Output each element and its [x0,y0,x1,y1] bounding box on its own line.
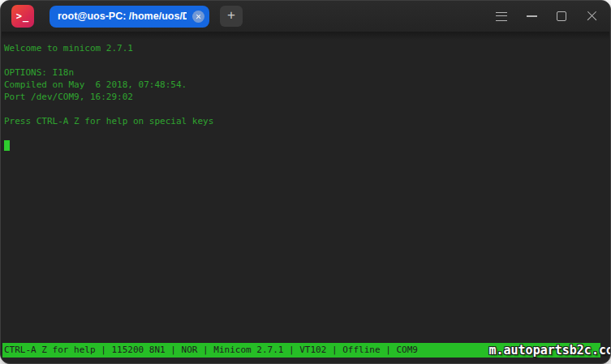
terminal-prompt-glyph: >_ [16,11,29,22]
maximize-button[interactable] [549,5,574,28]
terminal-line: Press CTRL-A Z for help on special keys [4,115,606,127]
menu-button[interactable] [489,5,514,28]
terminal-line: Welcome to minicom 2.7.1 [4,42,606,54]
plus-icon: + [227,7,235,23]
tab-active-session[interactable]: root@uos-PC: /home/uos/Desktop [49,6,209,28]
titlebar: >_ root@uos-PC: /home/uos/Desktop + [1,1,610,32]
close-icon [587,11,597,22]
tab-title: root@uos-PC: /home/uos/Desktop [58,11,187,22]
maximize-icon [557,11,566,21]
terminal-line: OPTIONS: I18n [4,66,606,79]
terminal-window: >_ root@uos-PC: /home/uos/Desktop + Welc… [0,0,611,364]
tab-close-icon[interactable] [192,11,204,23]
terminal-line [4,127,606,139]
terminal-line [4,103,606,115]
terminal-output-area[interactable]: Welcome to minicom 2.7.1 OPTIONS: I18n C… [2,32,609,343]
terminal-cursor [4,140,10,151]
terminal-line [4,54,606,66]
new-tab-button[interactable]: + [220,6,243,27]
minimize-button[interactable] [519,5,544,28]
watermark-text: m.autopartsb2c.co [488,343,611,358]
menu-icon [496,12,507,21]
terminal-app-icon: >_ [11,5,34,28]
terminal-cursor-line [4,139,606,152]
terminal-line: Port /dev/COM9, 16:29:02 [4,91,606,103]
terminal-line: Compiled on May 6 2018, 07:48:54. [4,79,606,91]
close-button[interactable] [579,5,604,28]
minimize-icon [527,15,537,17]
